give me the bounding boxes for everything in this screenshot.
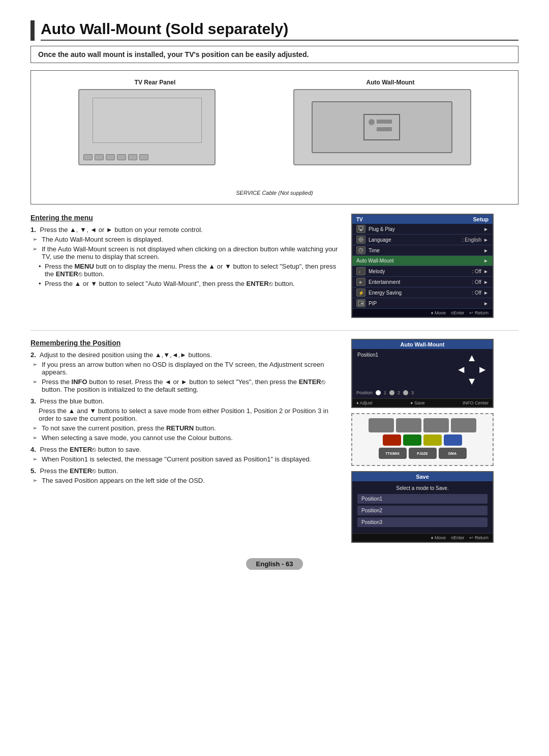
osd-row-plugplay: Plug & Play ► bbox=[352, 224, 493, 235]
osd-icon-time bbox=[356, 246, 365, 254]
step-1: 1. Press the ▲, ▼, ◄ or ► button on your… bbox=[30, 226, 341, 287]
osd-icon-language bbox=[356, 236, 365, 244]
osd-row-entertainment: ★ Entertainment : Off ► bbox=[352, 277, 493, 287]
section1-right: TV Setup Plug & Play ► Language : Englis… bbox=[351, 214, 518, 318]
step-3-number: 3. bbox=[30, 397, 36, 405]
awm-position-text: Position bbox=[356, 390, 373, 395]
osd-arrow-plugplay: ► bbox=[483, 226, 489, 232]
awm-footer-adjust: ♦ Adjust bbox=[356, 400, 373, 405]
osd-row-pip: PIP ► bbox=[352, 298, 493, 309]
step-1-number: 1. bbox=[30, 226, 36, 234]
step-3-sub-1: To not save the current position, press … bbox=[30, 424, 341, 432]
tv-rear-panel-diagram bbox=[78, 89, 216, 165]
step-4: 4. Press the ENTER⎋ button to save. When… bbox=[30, 446, 341, 463]
awm-pos-2: 2 bbox=[398, 390, 400, 395]
save-option-3: Position3 bbox=[357, 517, 487, 527]
step-4-sub-1: When Position1 is selected, the message … bbox=[30, 455, 341, 463]
osd-setup-label: Setup bbox=[473, 216, 489, 222]
title-accent bbox=[30, 20, 35, 41]
awm-footer-info: INFO Center bbox=[463, 400, 489, 405]
remote-btn-row-labels: TTX/MIX P.SIZE DMA bbox=[379, 448, 467, 459]
awm-arrow-left: ◄ bbox=[456, 364, 466, 375]
osd-arrow-autowallmount: ► bbox=[483, 258, 489, 264]
section-divider bbox=[30, 330, 518, 331]
step-5-number: 5. bbox=[30, 467, 36, 475]
remote-btn-grey-1 bbox=[369, 418, 394, 432]
awm-pos-3: 3 bbox=[411, 390, 414, 395]
save-footer-move: ♦ Move bbox=[431, 535, 446, 540]
svg-point-1 bbox=[369, 119, 375, 125]
diagram-caption: SERVICE Cable (Not supplied) bbox=[236, 190, 313, 196]
step-1-main: 1. Press the ▲, ▼, ◄ or ► button on your… bbox=[30, 226, 341, 234]
awm-arrow-right: ► bbox=[477, 364, 487, 375]
step-3-text: Press the blue button. bbox=[40, 397, 104, 405]
port-1 bbox=[83, 154, 93, 160]
step-2-sub-1: If you press an arrow button when no OSD… bbox=[30, 361, 341, 376]
step-3-main: 3. Press the blue button. bbox=[30, 397, 341, 405]
remote-btn-green bbox=[403, 434, 421, 446]
osd-icon-energysaving: ⚡ bbox=[356, 288, 365, 297]
section2-container: Remembering the Position 2. Adjust to th… bbox=[30, 339, 518, 543]
osd-tv-label: TV bbox=[356, 217, 363, 222]
step-4-main: 4. Press the ENTER⎋ button to save. bbox=[30, 446, 341, 453]
osd-icon-entertainment: ★ bbox=[356, 278, 365, 286]
osd-label-language: Language bbox=[369, 237, 462, 243]
remote-btn-red bbox=[383, 434, 401, 446]
port-list bbox=[83, 154, 148, 160]
awm-title: Auto Wall-Mount bbox=[352, 340, 493, 349]
save-screen: Save Select a mode to Save. Position1 Po… bbox=[351, 471, 494, 543]
save-title: Save bbox=[352, 472, 493, 481]
section2-left: Remembering the Position 2. Adjust to th… bbox=[30, 339, 341, 543]
step-2: 2. Adjust to the desired position using … bbox=[30, 351, 341, 393]
remote-btn-ttxmix: TTX/MIX bbox=[379, 448, 407, 459]
save-footer-return: ↩ Return bbox=[469, 535, 489, 540]
section1-left: Entering the menu 1. Press the ▲, ▼, ◄ o… bbox=[30, 214, 341, 318]
osd-value-melody: : Off bbox=[472, 269, 481, 274]
diagram-images bbox=[39, 89, 510, 165]
osd-label-autowallmount: Auto Wall-Mount bbox=[356, 258, 481, 264]
save-footer: ♦ Move ⎋Enter ↩ Return bbox=[352, 533, 493, 542]
step-3-detail: Press the ▲ and ▼ buttons to select a sa… bbox=[30, 407, 341, 422]
awm-dot-3 bbox=[403, 390, 408, 395]
port-2 bbox=[95, 154, 104, 160]
diagram-label-right: Auto Wall-Mount bbox=[367, 79, 415, 86]
osd-arrow-energysaving: ► bbox=[483, 290, 489, 296]
port-4 bbox=[117, 154, 126, 160]
osd-value-energysaving: : Off bbox=[472, 290, 481, 296]
awm-pos-row: Position 1 2 3 bbox=[352, 390, 493, 398]
osd-row-time: Time ► bbox=[352, 245, 493, 256]
osd-arrow-melody: ► bbox=[483, 269, 489, 274]
intro-text: Once the auto wall mount is installed, y… bbox=[38, 50, 309, 59]
awm-footer: ♦ Adjust ● Save INFO Center bbox=[352, 398, 493, 407]
step-4-number: 4. bbox=[30, 446, 36, 453]
svg-text:♪: ♪ bbox=[358, 269, 361, 274]
osd-arrow-entertainment: ► bbox=[483, 279, 489, 285]
page-number-badge: English - 63 bbox=[246, 558, 303, 570]
remote-btn-row-1 bbox=[369, 418, 476, 432]
remote-btn-yellow bbox=[423, 434, 442, 446]
mount-inner bbox=[312, 101, 452, 153]
svg-rect-5 bbox=[360, 229, 362, 231]
osd-label-entertainment: Entertainment bbox=[369, 279, 472, 285]
step-1-bullet-2: Press the ▲ or ▼ button to select "Auto … bbox=[30, 280, 341, 287]
osd-footer-1: ♦ Move ⎋Enter ↩ Return bbox=[352, 309, 493, 317]
awm-arrow-down: ▼ bbox=[467, 375, 477, 387]
remote-btn-dma: DMA bbox=[439, 448, 467, 459]
step-3-sub-2: When selecting a save mode, you cannot u… bbox=[30, 434, 341, 442]
svg-rect-3 bbox=[377, 127, 392, 131]
remote-btn-grey-4 bbox=[451, 418, 476, 432]
step-3: 3. Press the blue button. Press the ▲ an… bbox=[30, 397, 341, 442]
step-2-text: Adjust to the desired position using the… bbox=[40, 351, 212, 359]
port-5 bbox=[128, 154, 137, 160]
setup-osd-screen: TV Setup Plug & Play ► Language : Englis… bbox=[351, 214, 494, 318]
port-3 bbox=[106, 154, 115, 160]
awm-pos-1: 1 bbox=[384, 390, 386, 395]
osd-label-melody: Melody bbox=[369, 269, 472, 274]
save-footer-enter: ⎋Enter bbox=[451, 535, 465, 540]
osd-value-entertainment: : Off bbox=[472, 279, 481, 285]
awm-arrows: ▲ ◄ ► ▼ bbox=[456, 352, 487, 387]
osd-arrow-time: ► bbox=[483, 248, 489, 253]
osd-footer-enter: ⎋Enter bbox=[451, 310, 465, 315]
section2-right: Auto Wall-Mount Position1 ▲ ◄ ► ▼ Positi… bbox=[351, 339, 518, 543]
osd-row-energysaving: ⚡ Energy Saving : Off ► bbox=[352, 287, 493, 298]
